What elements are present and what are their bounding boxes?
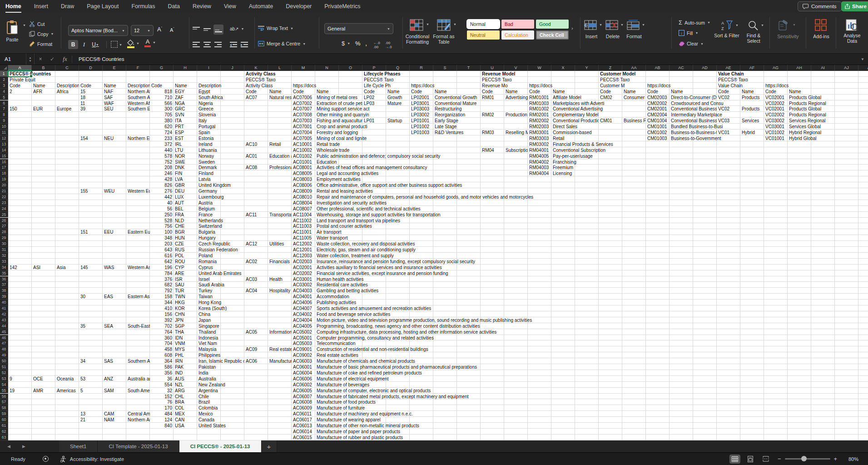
cell-M10[interactable]: AC07001: [292, 124, 315, 130]
row-header-2[interactable]: 2: [0, 77, 8, 83]
row-header-58[interactable]: 58: [0, 405, 8, 411]
cell-AB8[interactable]: CM02004: [646, 112, 670, 118]
cell-I43[interactable]: Japan: [197, 317, 292, 323]
bold-button[interactable]: B: [68, 40, 78, 49]
cell-H60[interactable]: CAN: [174, 417, 197, 423]
cell-I29[interactable]: Hungary: [197, 235, 292, 241]
cell-R7[interactable]: LP03003: [410, 106, 433, 112]
increase-decimal-button[interactable]: ←.0.00: [373, 41, 380, 49]
cell-D53[interactable]: 53: [79, 376, 103, 382]
cell-N22[interactable]: Repair and maintenance of computers, per…: [315, 194, 868, 200]
cell-AG8[interactable]: VC02002: [764, 112, 788, 118]
cell-N11[interactable]: Forestry and logging: [315, 130, 410, 135]
copy-button[interactable]: Copy ▼: [29, 31, 54, 37]
cell-X10[interactable]: Direct Sales: [551, 124, 646, 130]
column-header-A[interactable]: A: [8, 65, 32, 71]
row-header-16[interactable]: 16: [0, 159, 8, 165]
cell-F7[interactable]: Southern Eu: [126, 106, 150, 112]
cell-M13[interactable]: AC10001: [292, 141, 315, 147]
cell-H7[interactable]: GRC: [174, 106, 197, 112]
cell-M29[interactable]: AC11005: [292, 235, 315, 241]
cell-F34[interactable]: Western Asia: [126, 265, 150, 270]
cell-I9[interactable]: Italy: [197, 118, 292, 124]
column-header-P[interactable]: P: [362, 65, 386, 71]
cell-L5[interactable]: Natural reso: [268, 95, 292, 100]
row-header-7[interactable]: 7: [0, 106, 8, 112]
cell-Z9[interactable]: CM01: [599, 118, 622, 124]
cell-A34[interactable]: 142: [8, 265, 32, 270]
cell-G32[interactable]: 616: [150, 253, 174, 259]
cell-M16[interactable]: AC01001: [292, 159, 315, 165]
cell-G39[interactable]: 158: [150, 294, 174, 300]
row-header-50[interactable]: 50: [0, 358, 8, 364]
row-header-5[interactable]: 5: [0, 95, 8, 100]
ribbon-tab-data[interactable]: Data: [168, 3, 179, 10]
cell-R11[interactable]: LP01003: [410, 130, 433, 135]
cell-R5[interactable]: LP02001: [410, 95, 433, 100]
cell-I41[interactable]: Korea (South): [197, 305, 292, 311]
cell-AC12[interactable]: Business-to-Government: [670, 135, 764, 141]
cell-G36[interactable]: 376: [150, 276, 174, 282]
scroll-tabs-right-icon[interactable]: ▶: [22, 444, 25, 449]
cell-M24[interactable]: AC08007: [292, 206, 315, 212]
cell-Z2[interactable]: PECCS® Taxo: [599, 77, 717, 83]
column-header-R[interactable]: R: [410, 65, 433, 71]
page-layout-view-button[interactable]: [745, 455, 756, 464]
cell-S7[interactable]: Restructuring: [433, 106, 528, 112]
column-header-M[interactable]: M: [292, 65, 315, 71]
row-header-22[interactable]: 22: [0, 194, 8, 200]
cell-I11[interactable]: Spain: [197, 130, 292, 135]
cell-AE1[interactable]: Value Chain: [717, 71, 868, 77]
column-header-U[interactable]: U: [481, 65, 504, 71]
cell-C7[interactable]: Europe: [55, 106, 79, 112]
cell-AE7[interactable]: VC02: [717, 106, 740, 112]
cell-B34[interactable]: ASI: [32, 265, 55, 270]
cell-L48[interactable]: Real estate: [268, 346, 292, 352]
cell-G34[interactable]: 196: [150, 265, 174, 270]
cell-G40[interactable]: 344: [150, 300, 174, 305]
row-header-8[interactable]: 8: [0, 112, 8, 118]
cell-H41[interactable]: KOR: [174, 305, 197, 311]
cell-G61[interactable]: 840: [150, 423, 174, 429]
cell-F39[interactable]: Eastern Asia: [126, 294, 150, 300]
cell-I15[interactable]: Norway: [197, 153, 244, 159]
column-header-AH[interactable]: AH: [788, 65, 811, 71]
cell-D3[interactable]: Code: [79, 83, 103, 89]
cell-L38[interactable]: Hospitality a: [268, 288, 292, 294]
cell-F5[interactable]: Southern Afr: [126, 95, 150, 100]
cell-H55[interactable]: ARG: [174, 388, 197, 394]
cell-H5[interactable]: ZAF: [174, 95, 197, 100]
cell-M15[interactable]: AC01002: [292, 153, 315, 159]
cell-Z3[interactable]: Customer M: [599, 83, 646, 89]
cell-N8[interactable]: Other mining and quarryin: [315, 112, 410, 118]
cell-M31[interactable]: AC12001: [292, 247, 315, 253]
cell-M21[interactable]: AC08009: [292, 188, 315, 194]
column-header-O[interactable]: O: [339, 65, 362, 71]
cell-M9[interactable]: AC07003: [292, 118, 315, 124]
cell-F28[interactable]: Eastern Euro: [126, 229, 150, 235]
cell-N58[interactable]: Manufacture of furniture: [315, 405, 868, 411]
cell-AF7[interactable]: Products: [740, 106, 764, 112]
cell-M6[interactable]: AC07002: [292, 100, 315, 106]
cell-N42[interactable]: Food and beverage service activities: [315, 311, 868, 317]
cell-W14[interactable]: RM04001: [528, 147, 551, 153]
cell-AF9[interactable]: Services: [740, 118, 764, 124]
cell-AH7[interactable]: Products Global: [788, 106, 868, 112]
cell-W3[interactable]: https://docs: [528, 83, 599, 89]
cell-G13[interactable]: 372: [150, 141, 174, 147]
cell-G48[interactable]: 458: [150, 346, 174, 352]
cell-A2[interactable]: Private Equit: [8, 77, 244, 83]
cell-N50[interactable]: Manufacture of chemicals and chemical pr…: [315, 358, 868, 364]
cell-A7[interactable]: 150: [8, 106, 32, 112]
cell-AG6[interactable]: VC02002: [764, 100, 788, 106]
merge-centre-button[interactable]: Merge & Centre▼: [258, 41, 306, 46]
cell-I6[interactable]: Nigeria: [197, 100, 292, 106]
cell-X4[interactable]: Name: [551, 89, 599, 95]
cell-K48[interactable]: AC09: [244, 346, 268, 352]
cell-G28[interactable]: 100: [150, 229, 174, 235]
cell-G26[interactable]: 528: [150, 218, 174, 224]
cell-M23[interactable]: AC08004: [292, 200, 315, 206]
percent-button[interactable]: %: [355, 40, 361, 47]
format-as-table-button[interactable]: ▼: [437, 19, 451, 31]
cell-K17[interactable]: AC08: [244, 165, 268, 170]
